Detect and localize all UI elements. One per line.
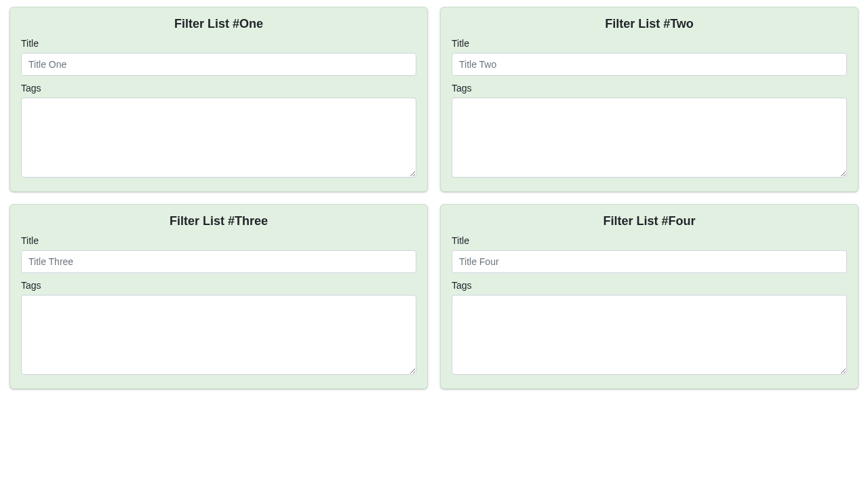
title-label: Title (452, 235, 847, 246)
tags-label: Tags (452, 83, 847, 94)
title-label: Title (452, 38, 847, 49)
title-label: Title (21, 38, 416, 49)
filter-card-one: Filter List #One Title Tags (9, 7, 428, 192)
card-heading: Filter List #Four (452, 214, 847, 228)
tags-textarea[interactable] (452, 295, 847, 375)
tags-label: Tags (452, 280, 847, 291)
title-input[interactable] (21, 250, 416, 273)
card-heading: Filter List #Three (21, 214, 416, 228)
title-input[interactable] (452, 250, 847, 273)
card-heading: Filter List #One (21, 17, 416, 31)
filter-card-four: Filter List #Four Title Tags (440, 204, 859, 389)
tags-textarea[interactable] (21, 295, 416, 375)
tags-textarea[interactable] (452, 98, 847, 178)
title-label: Title (21, 235, 416, 246)
filter-card-two: Filter List #Two Title Tags (440, 7, 859, 192)
card-heading: Filter List #Two (452, 17, 847, 31)
tags-label: Tags (21, 280, 416, 291)
tags-label: Tags (21, 83, 416, 94)
tags-textarea[interactable] (21, 98, 416, 178)
filter-cards-grid: Filter List #One Title Tags Filter List … (9, 7, 859, 389)
title-input[interactable] (452, 53, 847, 76)
title-input[interactable] (21, 53, 416, 76)
filter-card-three: Filter List #Three Title Tags (9, 204, 428, 389)
